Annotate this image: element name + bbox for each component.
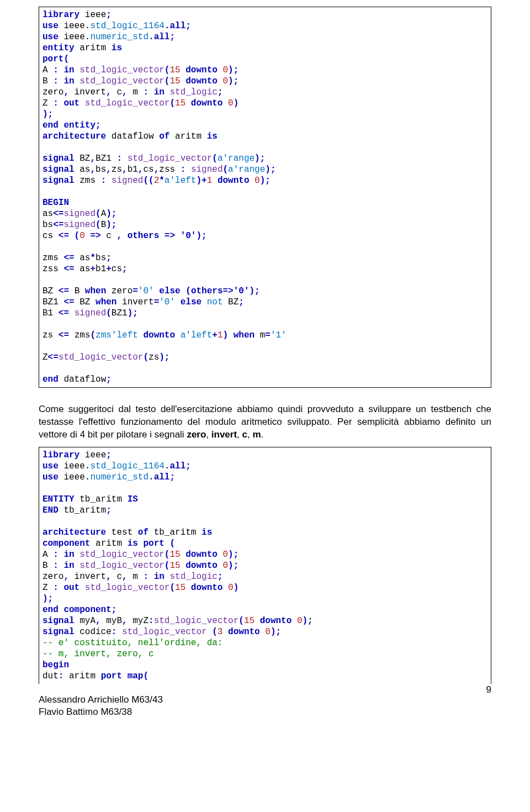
code-block-1: library ieee; use ieee.std_logic_1164.al…	[39, 7, 491, 388]
footer-author-1: Alessandro Arrichiello M63/43	[39, 694, 491, 706]
page-footer: 9 Alessandro Arrichiello M63/43 Flavio B…	[39, 694, 491, 718]
footer-author-2: Flavio Battimo M63/38	[39, 706, 491, 718]
code-block-2: library ieee; use ieee.std_logic_1164.al…	[39, 447, 491, 684]
body-paragraph: Come suggeritoci dal testo dell'esercita…	[39, 403, 491, 441]
page-number: 9	[486, 684, 491, 696]
